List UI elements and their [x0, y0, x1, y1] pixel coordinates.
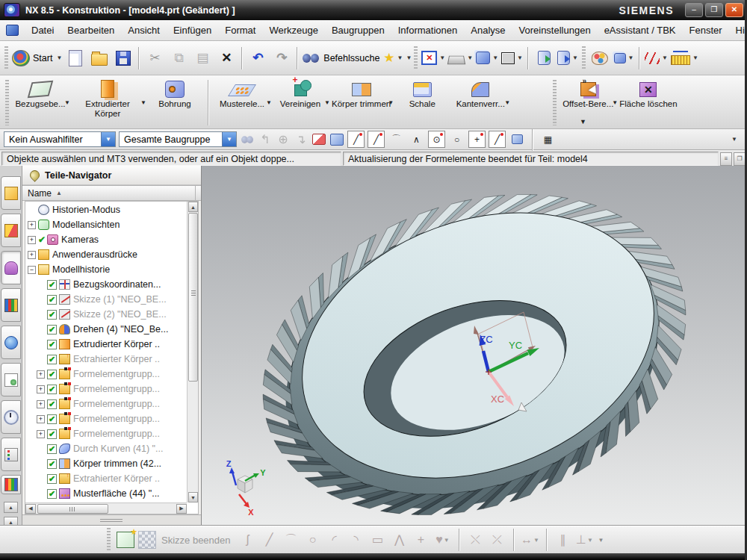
snap-quadrant-button[interactable]: ○ [448, 131, 465, 148]
snap-arc-center-button[interactable]: ⊙ [428, 131, 445, 148]
perpendicular-constraint-button[interactable]: ⊥▼ [576, 531, 594, 549]
toolbar-grip[interactable] [107, 528, 111, 552]
feature-checkbox[interactable]: ✔ [47, 340, 57, 349]
minimize-button[interactable]: – [685, 3, 703, 17]
feature-checkbox[interactable]: ✔ [47, 459, 57, 469]
role-palette-button[interactable] [588, 46, 612, 71]
tree-row[interactable]: −Modellhistorie [25, 262, 187, 277]
offset-region-button[interactable]: Offset-Bere...▼ [559, 77, 617, 110]
constraint-navigator-tab[interactable] [1, 214, 21, 247]
snap-point-on-curve-button[interactable]: ╱ [489, 131, 506, 148]
shaded-view-button[interactable]: ▼ [474, 46, 500, 71]
toolbar-options-icon[interactable]: ▼ [598, 537, 604, 544]
hd3d-tools-tab[interactable] [1, 326, 21, 359]
toolbar-options-icon[interactable]: ▼ [580, 118, 586, 125]
menu-item-fenster[interactable]: Fenster [683, 25, 729, 36]
snap-midpoint-button[interactable]: ╱ [368, 131, 385, 148]
toolbar-grip[interactable] [553, 80, 557, 125]
redo-button[interactable]: ↷ [270, 46, 294, 71]
tree-row[interactable]: ✔Skizze (2) "NEO_BE... [25, 307, 187, 322]
scrollbar-thumb[interactable] [37, 504, 108, 514]
tree-row[interactable]: +✔Formelementgrupp... [25, 426, 187, 441]
scroll-up-icon[interactable]: ▲ [188, 202, 198, 212]
feature-checkbox[interactable]: ✔ [47, 295, 57, 305]
measure-button[interactable]: ▼ [669, 46, 700, 71]
snap-grid-button[interactable]: ▦ [539, 131, 557, 148]
edge-blend-button[interactable]: Kantenverr...▼ [451, 77, 509, 110]
3d-viewport[interactable]: ZC YC XC Z Y X [202, 166, 745, 526]
point-tool-button[interactable]: + [412, 531, 430, 549]
render-style-button[interactable]: ▼ [447, 46, 474, 71]
snap-tangent-button[interactable]: ∧ [408, 131, 425, 148]
vertical-scrollbar[interactable]: ▲ ▼ [187, 202, 198, 503]
web-browser-tab[interactable] [1, 363, 21, 396]
profile-tool-button[interactable]: ʃ [239, 531, 257, 549]
toolbar-grip[interactable] [414, 46, 418, 70]
assembly-navigator-tab[interactable] [1, 176, 21, 210]
chevron-down-icon[interactable]: ▼ [504, 99, 510, 106]
toolbar-grip[interactable] [5, 80, 9, 125]
delete-button[interactable]: ✕ [214, 46, 238, 71]
menu-item-einfügen[interactable]: Einfügen [167, 25, 218, 36]
bevel-gear-model[interactable] [218, 166, 731, 526]
rapid-dimension-button[interactable]: ↔▼ [521, 531, 539, 549]
snap-control-point-button[interactable]: ⌒ [388, 131, 405, 148]
rectangle-tool-button[interactable]: ▭ [369, 531, 387, 549]
tree-row[interactable]: +✔Formelementgrupp... [25, 382, 187, 396]
finish-sketch-button[interactable] [138, 531, 156, 549]
part-navigator-tab[interactable] [1, 251, 21, 284]
sort-ascending-icon[interactable]: ▲ [56, 190, 62, 196]
tree-row[interactable]: ✔Durch Kurven (41) "... [25, 441, 187, 456]
snap-intersection-button[interactable]: + [468, 131, 486, 148]
open-button[interactable] [87, 46, 111, 71]
tree-expander-icon[interactable]: + [37, 430, 45, 438]
snap-point-on-face-button[interactable] [509, 131, 526, 148]
chamfer-tool-button[interactable]: ◝ [347, 531, 365, 549]
quick-extend-button[interactable]: ⤫ [489, 531, 506, 549]
scroll-right-icon[interactable]: ▶ [176, 504, 187, 514]
paste-button[interactable]: ▤ [190, 46, 214, 71]
feature-checkbox[interactable]: ✔ [47, 280, 57, 290]
toolbar-grip[interactable] [582, 46, 586, 70]
tree-row[interactable]: ✔Körper trimmen (42... [25, 456, 187, 471]
quick-trim-button[interactable]: ⤬ [467, 531, 485, 549]
menu-item-baugruppen[interactable]: Baugruppen [325, 25, 391, 36]
offset-curve-button[interactable]: ♥▼ [434, 531, 452, 549]
sketch-task-button[interactable] [117, 531, 134, 549]
tree-expander-icon[interactable]: + [28, 236, 36, 244]
fit-view-button[interactable]: ✕▼ [420, 46, 447, 71]
feature-checkbox[interactable]: ✔ [47, 355, 57, 364]
scroll-down-icon[interactable]: ▼ [188, 492, 198, 503]
toolbar-overflow-icon[interactable]: » [582, 77, 586, 85]
dropdown-arrow-icon[interactable]: ▼ [222, 132, 236, 146]
tree-row[interactable]: +✔Formelementgrupp... [25, 396, 187, 411]
copy-button[interactable]: ⧉ [167, 46, 190, 71]
tree-expander-icon[interactable]: − [28, 266, 36, 274]
datum-plane-button[interactable]: Bezugsebe...▼ [11, 77, 69, 110]
reuse-library-tab[interactable] [1, 288, 21, 322]
tree-row[interactable]: ✔Drehen (4) "NEO_Be... [25, 322, 187, 337]
fillet-tool-button[interactable]: ◜ [326, 531, 344, 549]
feature-checkbox[interactable]: ✔ [47, 399, 57, 409]
feature-checkbox[interactable]: ✔ [47, 414, 57, 424]
dropdown-arrow-icon[interactable]: ▼ [101, 132, 115, 146]
feature-checkbox[interactable]: ✔ [47, 429, 57, 439]
status-dock-icon[interactable]: ❐ [734, 152, 746, 166]
close-button[interactable]: ✕ [725, 3, 743, 17]
feature-checkbox[interactable]: ✔ [47, 474, 57, 484]
history-tab[interactable] [1, 400, 21, 434]
extrude-button[interactable]: Extrudierter Körper▼ [69, 77, 146, 119]
menu-item-format[interactable]: Format [218, 25, 262, 36]
parallel-constraint-button[interactable]: ∥ [554, 531, 572, 549]
tree-row[interactable]: Historien-Modus [25, 202, 187, 217]
feature-checkbox[interactable]: ✔ [47, 325, 57, 335]
selection-filter-dropdown[interactable]: Kein Auswahlfilter ▼ [4, 131, 116, 147]
arc-tool-button[interactable]: ⌒ [282, 531, 300, 549]
feature-checkbox[interactable]: ✔ [47, 489, 57, 499]
tree-row[interactable]: ✔Extrahierter Körper .. [25, 352, 187, 367]
feature-checkbox[interactable]: ✔ [47, 444, 57, 454]
feature-checkbox[interactable]: ✔ [47, 370, 57, 379]
roles-tab[interactable] [1, 438, 21, 471]
horizontal-scrollbar[interactable]: ◀ ▶ [25, 503, 187, 514]
toolbar-grip[interactable] [4, 46, 8, 70]
